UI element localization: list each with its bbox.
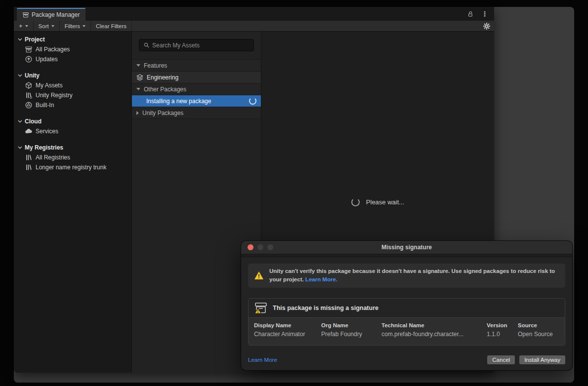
package-warning-icon	[254, 302, 267, 314]
list-group-unity-packages[interactable]: Unity Packages	[132, 107, 261, 119]
search-input[interactable]	[152, 42, 249, 49]
sidebar-item-label: Unity Registry	[36, 92, 73, 99]
sidebar-item-updates[interactable]: Updates	[14, 54, 131, 64]
warning-learn-more-link[interactable]: Learn More.	[305, 276, 337, 282]
registry-icon	[25, 164, 32, 171]
package-signature-card: This package is missing a signature Disp…	[248, 298, 565, 346]
chevron-down-icon	[18, 74, 22, 77]
warning-text: Unity can't verify this package because …	[269, 267, 559, 284]
unlock-icon[interactable]	[467, 11, 474, 17]
registry-icon	[25, 154, 32, 161]
sidebar-section-project[interactable]: Project	[14, 35, 131, 44]
group-label: Unity Packages	[142, 110, 183, 116]
packages-box-icon	[25, 46, 32, 53]
spinner-icon	[249, 97, 256, 105]
tab-title: Package Manager	[32, 11, 80, 18]
sidebar-section-cloud[interactable]: Cloud	[14, 116, 131, 126]
sidebar-item-label: Services	[36, 128, 58, 135]
sidebar-item-label: Longer name registry trunk	[36, 164, 106, 171]
registry-icon	[25, 92, 32, 99]
plus-icon: +	[19, 23, 23, 29]
column-header-org-name: Org Name	[321, 322, 381, 328]
sidebar-section-label: My Registries	[25, 144, 63, 151]
sidebar-item-built-in[interactable]: Built-In	[14, 100, 131, 110]
list-item-label: Engineering	[147, 74, 178, 81]
sidebar-section-unity[interactable]: Unity	[14, 71, 131, 80]
sidebar-item-services[interactable]: Services	[14, 126, 131, 136]
cloud-icon	[25, 129, 32, 134]
cube-icon	[25, 82, 32, 89]
card-title: This package is missing a signature	[273, 305, 378, 311]
sort-button[interactable]: Sort	[34, 21, 60, 31]
column-header-display-name: Display Name	[254, 322, 321, 328]
sidebar-item-label: All Packages	[36, 46, 70, 53]
dialog-title: Missing signature	[381, 244, 432, 251]
cancel-button[interactable]: Cancel	[487, 355, 515, 364]
sort-button-label: Sort	[39, 23, 49, 29]
footer-learn-more-link[interactable]: Learn More	[248, 357, 277, 363]
sidebar-item-label: My Assets	[36, 82, 63, 89]
value-technical-name: com.prefab-foundry.character...	[381, 328, 487, 338]
group-label: Other Packages	[144, 86, 186, 93]
sidebar-section-label: Cloud	[25, 118, 42, 125]
column-header-version: Version	[487, 322, 518, 328]
chevron-down-icon	[83, 25, 85, 27]
sidebar-item-label: Updates	[36, 56, 58, 63]
sidebar: Project All Packages	[14, 32, 131, 373]
unity-logo-icon	[25, 102, 32, 109]
warning-message-box: Unity can't verify this package because …	[248, 264, 565, 288]
chevron-down-icon	[25, 25, 28, 27]
install-anyway-button[interactable]: Install Anyway	[519, 355, 565, 364]
group-label: Features	[144, 62, 167, 69]
chevron-down-icon	[18, 120, 22, 123]
column-header-technical-name: Technical Name	[381, 322, 487, 328]
package-info-table: Display Name Org Name Technical Name Ver…	[249, 318, 565, 345]
please-wait-text: Please wait...	[366, 198, 404, 206]
package-manager-icon	[23, 12, 29, 18]
missing-signature-dialog: Missing signature Unity can't verify thi…	[241, 241, 572, 370]
triangle-down-icon	[136, 88, 140, 90]
gear-icon[interactable]	[479, 21, 494, 31]
value-version: 1.1.0	[487, 328, 518, 338]
minimize-window-button[interactable]	[257, 244, 263, 250]
chevron-down-icon	[18, 146, 22, 149]
value-display-name: Character Animator	[254, 328, 321, 338]
clear-filters-button[interactable]: Clear Filters	[91, 21, 132, 31]
tab-bar: Package Manager ⋮	[14, 7, 494, 21]
search-field[interactable]	[139, 39, 254, 51]
update-arrow-icon	[25, 56, 32, 63]
zoom-window-button[interactable]	[267, 244, 273, 250]
triangle-down-icon	[136, 64, 140, 67]
add-package-button[interactable]: +	[14, 21, 34, 31]
search-icon	[144, 42, 149, 48]
list-item-installing-a-new-package[interactable]: Installing a new package	[132, 95, 261, 107]
sidebar-item-unity-registry[interactable]: Unity Registry	[14, 90, 131, 100]
list-group-features[interactable]: Features	[132, 60, 261, 72]
sidebar-item-longer-name-registry-trunk[interactable]: Longer name registry trunk	[14, 162, 131, 172]
value-org-name: Prefab Foundry	[321, 328, 381, 338]
spinner-icon	[351, 198, 360, 206]
value-source: Open Source	[518, 328, 559, 338]
kebab-menu-icon[interactable]: ⋮	[481, 10, 488, 17]
close-window-button[interactable]	[248, 244, 253, 250]
triangle-right-icon	[136, 111, 139, 115]
sidebar-item-all-packages[interactable]: All Packages	[14, 44, 131, 54]
layers-icon	[136, 74, 143, 81]
filters-button[interactable]: Filters	[60, 21, 91, 31]
chevron-down-icon	[51, 25, 54, 27]
sidebar-item-label: Built-In	[36, 102, 54, 109]
filters-button-label: Filters	[65, 23, 80, 29]
column-header-source: Source	[518, 322, 559, 328]
list-item-engineering[interactable]: Engineering	[132, 72, 261, 83]
clear-filters-label: Clear Filters	[96, 23, 126, 29]
sidebar-item-my-assets[interactable]: My Assets	[14, 80, 131, 90]
sidebar-item-all-registries[interactable]: All Registries	[14, 153, 131, 162]
toolbar: + Sort Filters Clear Filters	[14, 21, 494, 32]
list-group-other-packages[interactable]: Other Packages	[132, 83, 261, 95]
chevron-down-icon	[18, 38, 22, 41]
tab-package-manager[interactable]: Package Manager	[17, 8, 85, 21]
dialog-title-bar[interactable]: Missing signature	[241, 241, 572, 254]
sidebar-item-label: All Registries	[36, 154, 70, 161]
sidebar-section-my-registries[interactable]: My Registries	[14, 143, 131, 153]
sidebar-section-label: Project	[25, 36, 45, 43]
